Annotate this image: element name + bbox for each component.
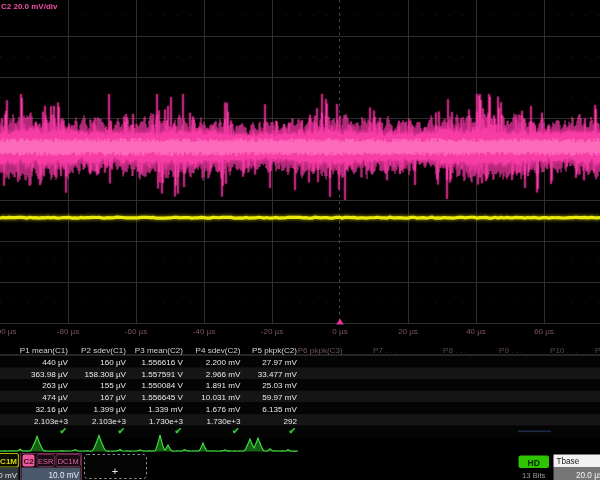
svg-text:10.031 mV: 10.031 mV <box>201 393 241 402</box>
svg-text:1.550084 V: 1.550084 V <box>142 381 184 390</box>
svg-text:ESR: ESR <box>38 457 53 466</box>
svg-text:59.97 mV: 59.97 mV <box>262 393 297 402</box>
svg-text:P2 sdev(C1): P2 sdev(C1) <box>81 346 126 355</box>
svg-text:P6 pkpk(C3): P6 pkpk(C3) <box>298 346 343 355</box>
svg-text:P7 . . .: P7 . . . <box>373 346 396 355</box>
svg-text:P4 sdev(C2): P4 sdev(C2) <box>196 346 241 355</box>
svg-text:160 µV: 160 µV <box>100 358 126 367</box>
svg-text:2.200 mV: 2.200 mV <box>206 358 241 367</box>
svg-text:1.730e+3: 1.730e+3 <box>207 417 241 426</box>
svg-text:P1 mean(C1): P1 mean(C1) <box>20 346 68 355</box>
svg-text:155 µV: 155 µV <box>100 381 126 390</box>
svg-text:1.399 µV: 1.399 µV <box>93 405 126 414</box>
svg-text:Tbase: Tbase <box>557 457 580 466</box>
svg-text:P10 . . .: P10 . . . <box>550 346 578 355</box>
svg-text:P3 mean(C2): P3 mean(C2) <box>135 346 183 355</box>
svg-text:167 µV: 167 µV <box>100 393 126 402</box>
svg-text:292: 292 <box>283 417 297 426</box>
svg-text:-100 µs: -100 µs <box>0 327 16 336</box>
svg-text:33.477 mV: 33.477 mV <box>258 370 298 379</box>
svg-text:+: + <box>112 465 118 477</box>
svg-text:2.966 mV: 2.966 mV <box>206 370 241 379</box>
svg-text:10.0 mV: 10.0 mV <box>49 471 80 480</box>
svg-text:1.557591 V: 1.557591 V <box>142 370 184 379</box>
svg-text:P9 . . .: P9 . . . <box>499 346 522 355</box>
svg-text:440 µV: 440 µV <box>42 358 68 367</box>
svg-text:-80 µs: -80 µs <box>57 327 79 336</box>
svg-text:1.339 mV: 1.339 mV <box>148 405 183 414</box>
svg-text:P5 pkpk(C2): P5 pkpk(C2) <box>252 346 297 355</box>
svg-text:25.03 mV: 25.03 mV <box>262 381 297 390</box>
svg-text:-60 µs: -60 µs <box>125 327 147 336</box>
svg-text:DC1M: DC1M <box>0 457 17 466</box>
svg-text:HD: HD <box>527 458 539 468</box>
svg-text:1.676 mV: 1.676 mV <box>206 405 241 414</box>
svg-text:474 µV: 474 µV <box>42 393 68 402</box>
svg-text:20.0 µs: 20.0 µs <box>576 471 600 480</box>
svg-text:1.556645 V: 1.556645 V <box>142 393 184 402</box>
svg-text:20 µs: 20 µs <box>398 327 418 336</box>
svg-text:40 µs: 40 µs <box>466 327 486 336</box>
svg-text:2.103e+3: 2.103e+3 <box>92 417 126 426</box>
svg-text:DC1M: DC1M <box>58 457 79 466</box>
svg-text:2.103e+3: 2.103e+3 <box>34 417 68 426</box>
svg-text:✔: ✔ <box>59 426 67 436</box>
svg-text:P . . .: P . . . <box>595 346 600 355</box>
svg-text:✔: ✔ <box>232 426 240 436</box>
svg-text:1.730e+3: 1.730e+3 <box>149 417 183 426</box>
svg-text:6.135 mV: 6.135 mV <box>262 405 297 414</box>
svg-text:363.98 µV: 363.98 µV <box>31 370 69 379</box>
svg-text:1.556616 V: 1.556616 V <box>142 358 184 367</box>
svg-text:C2: C2 <box>23 457 34 466</box>
svg-text:60 µs: 60 µs <box>534 327 554 336</box>
svg-text:✔: ✔ <box>117 426 125 436</box>
svg-text:P8 . . .: P8 . . . <box>443 346 466 355</box>
svg-text:-40 µs: -40 µs <box>193 327 215 336</box>
svg-text:27.97 mV: 27.97 mV <box>262 358 297 367</box>
svg-text:158.308 µV: 158.308 µV <box>84 370 126 379</box>
svg-text:263 µV: 263 µV <box>42 381 68 390</box>
svg-text:✔: ✔ <box>174 426 182 436</box>
svg-text:13 Bits: 13 Bits <box>522 471 545 480</box>
svg-text:C2 20.0 mV/div: C2 20.0 mV/div <box>1 2 58 11</box>
svg-text:-20 µs: -20 µs <box>261 327 283 336</box>
svg-text:0 µs: 0 µs <box>332 327 347 336</box>
svg-text:0 mV: 0 mV <box>0 471 18 480</box>
svg-text:✔: ✔ <box>288 426 296 436</box>
svg-text:32.16 µV: 32.16 µV <box>35 405 68 414</box>
svg-text:1.891 mV: 1.891 mV <box>206 381 241 390</box>
